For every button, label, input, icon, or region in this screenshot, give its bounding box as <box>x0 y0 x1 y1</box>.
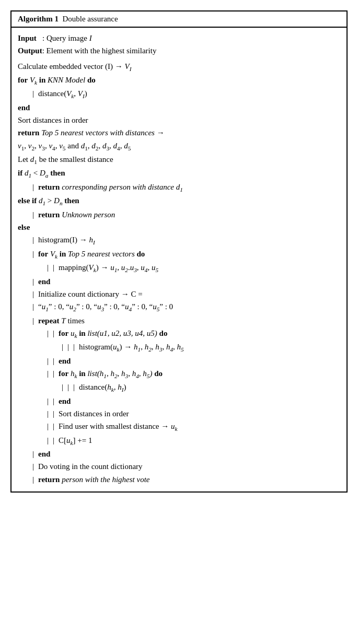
pipe10: | <box>47 327 49 339</box>
input-text: : Query image I <box>42 32 92 44</box>
algorithm-header: Algorithm 1 Double assurance <box>11 11 347 28</box>
return3-keyword: return <box>38 209 60 221</box>
pipe11c: | <box>73 341 75 353</box>
return4-text: person with the highest vote <box>62 474 149 486</box>
end2-line: | end <box>18 276 340 288</box>
sort2-text: Sort distances in order <box>59 408 129 420</box>
vectors-text: v1, v2, v3, v4, v5 and d1, d2, d3, d4, d… <box>18 140 131 153</box>
elseif-keyword: else if <box>18 195 37 207</box>
pipe1: | <box>32 88 34 100</box>
for1-text: in KNN Model do <box>39 74 96 86</box>
for3-keyword: for <box>59 327 68 339</box>
histogram2-text: histogram(uk) → h1, h2, h3, h4, h5 <box>79 341 184 354</box>
pipe20: | <box>32 461 34 473</box>
algorithm-number: Algorithm 1 <box>18 15 59 23</box>
if1-cond: d1 <box>25 167 31 180</box>
sort2-line: | | Sort distances in order <box>18 408 340 420</box>
for2-var: Vk <box>50 248 57 261</box>
end2-keyword: end <box>38 276 50 288</box>
distance1-line: | distance(Vk, VI) <box>18 88 340 101</box>
input-line: Input : Query image I <box>18 32 340 44</box>
voting-line: | Do voting in the count dictionary <box>18 461 340 473</box>
pipe9: | <box>32 315 34 327</box>
pipe12b: | <box>53 355 54 367</box>
pipe12: | <box>47 355 49 367</box>
pipe7: | <box>32 276 34 288</box>
return4-line: | return person with the highest vote <box>18 474 340 486</box>
if1-keyword: if <box>18 167 22 179</box>
mapping-line: | | mapping(Vk) → u1, u2.u3, u4, u5 <box>18 262 340 275</box>
pipe21: | <box>32 474 34 486</box>
end5-line: | end <box>18 448 340 460</box>
for3-line: | | for uk in list(u1, u2, u3, u4, u5) d… <box>18 327 340 341</box>
for2-text: in Top 5 nearest vectors do <box>60 248 145 260</box>
pipe17b: | <box>53 420 54 432</box>
let-line: Let d1 be the smallest distance <box>18 154 340 167</box>
end5-keyword: end <box>38 448 50 460</box>
input-label: Input <box>18 32 42 44</box>
for1-var: Vk <box>30 74 37 87</box>
pipe16b: | <box>53 408 54 420</box>
init-text: Initialize count dictionary → C = <box>38 288 143 300</box>
elseif-op: > Dn <box>48 195 63 208</box>
mapping-text: mapping(Vk) → u1, u2.u3, u4, u5 <box>59 262 158 275</box>
pipe8: | <box>32 288 34 300</box>
init-line: | Initialize count dictionary → C = <box>18 288 340 300</box>
repeat-text: T times <box>61 315 85 327</box>
histogram2-line: | | | histogram(uk) → h1, h2, h3, h4, h5 <box>18 341 340 354</box>
elseif-cond: d1 <box>39 195 45 208</box>
pipe17: | <box>47 420 49 432</box>
return4-keyword: return <box>38 474 60 486</box>
pipe5: | <box>32 248 34 260</box>
else-keyword: else <box>18 221 30 233</box>
let-text: Let d1 be the smallest distance <box>18 154 113 167</box>
else-line: else <box>18 221 340 233</box>
pipe13: | <box>47 368 49 380</box>
pipe18b: | <box>53 435 54 447</box>
pipe15b: | <box>53 395 54 407</box>
for1-line: for Vk in KNN Model do <box>18 74 340 87</box>
increment-text: C[uk] += 1 <box>59 435 92 448</box>
for3-var: uk <box>71 327 77 341</box>
for4-text: in list(h1, h2, h3, h4, h5) do <box>79 368 163 381</box>
return2-keyword: return <box>38 181 60 193</box>
pipe16: | <box>47 408 49 420</box>
return3-line: | return Unknown person <box>18 209 340 221</box>
return3-text: Unknown person <box>62 209 115 221</box>
distance1-text: distance(Vk, VI) <box>38 88 87 101</box>
for4-line: | | for hk in list(h1, h2, h3, h4, h5) d… <box>18 368 340 381</box>
pipe18: | <box>47 435 49 447</box>
find-line: | | Find user with smallest distance → u… <box>18 420 340 434</box>
pipe19: | <box>32 448 34 460</box>
distance2-line: | | | distance(hk, hI) <box>18 381 340 394</box>
distance2-text: distance(hk, hI) <box>79 381 126 394</box>
return1-keyword: return <box>18 127 39 139</box>
algorithm-body: Input : Query image I Output : Element w… <box>11 28 347 491</box>
end4-line: | | end <box>18 395 340 407</box>
pipe6: | <box>47 262 49 274</box>
return2-text: corresponding person with distance d1 <box>62 181 183 194</box>
return1-text: Top 5 nearest vectors with distances → <box>41 127 165 139</box>
output-label: Output <box>18 45 42 57</box>
return1-line: return Top 5 nearest vectors with distan… <box>18 127 340 139</box>
end1-line: end <box>18 102 340 114</box>
pipe14c: | <box>73 381 75 393</box>
pipe15: | <box>47 395 49 407</box>
end3-line: | | end <box>18 355 340 367</box>
if1-line: if d1 < Da then <box>18 167 340 180</box>
pipe10b: | <box>53 327 54 339</box>
calc-text: Calculate embedded vector (I) → VI <box>18 61 131 74</box>
increment-line: | | C[uk] += 1 <box>18 435 340 448</box>
if1-op: < Da <box>33 167 49 180</box>
pipe8b: | <box>32 301 34 313</box>
dict-text: “u1” : 0, “u2” : 0, “u3” : 0, “u4” : 0, … <box>38 301 173 314</box>
for3-text: in list(u1, u2, u3, u4, u5) do <box>79 327 167 339</box>
calc-line: Calculate embedded vector (I) → VI <box>18 61 340 74</box>
for2-keyword: for <box>38 248 48 260</box>
pipe11: | <box>62 341 63 353</box>
repeat-line: | repeat T times <box>18 315 340 327</box>
pipe6b: | <box>53 262 54 274</box>
pipe14b: | <box>67 381 69 393</box>
sort1-line: Sort distances in order <box>18 114 340 126</box>
algorithm-box: Algorithm 1 Double assurance Input : Que… <box>10 10 348 493</box>
